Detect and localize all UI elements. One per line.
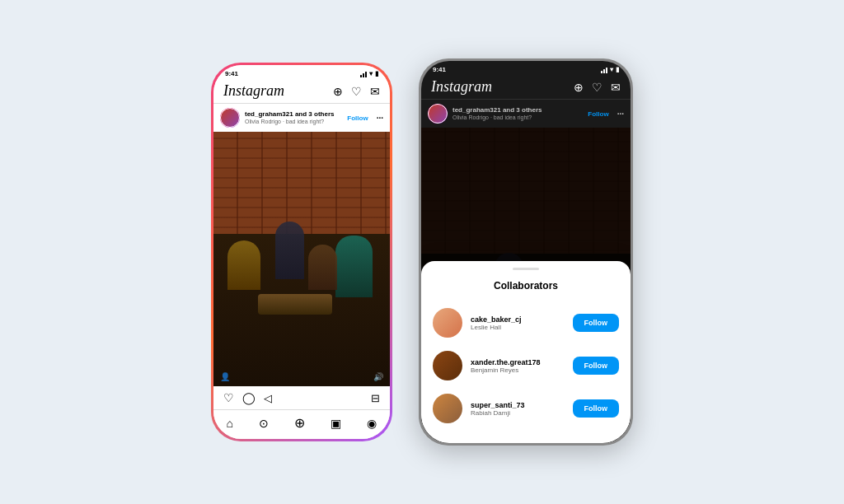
- more-btn-2[interactable]: ···: [617, 110, 624, 119]
- messenger-icon[interactable]: ✉: [370, 85, 380, 98]
- collab-name-1: Leslie Hall: [471, 324, 565, 331]
- post-subtitle-1: Olivia Rodrigo · bad idea right?: [245, 119, 339, 125]
- bottom-sheet: Collaborators cake_baker_cj Leslie Hall …: [421, 261, 631, 443]
- signal-bar-2-1: [601, 71, 603, 73]
- volume-icon[interactable]: 🔊: [373, 372, 383, 381]
- nav-bar-2: Instagram ⊕ ♡ ✉: [421, 75, 631, 100]
- poster-avatar-1[interactable]: [220, 108, 240, 128]
- nav-icons-2: ⊕ ♡ ✉: [574, 81, 621, 94]
- collab-avatar-3[interactable]: [433, 394, 462, 423]
- person-silhouette-1: [227, 240, 260, 290]
- collab-username-3[interactable]: super_santi_73: [471, 401, 565, 409]
- nav-icons-1: ⊕ ♡ ✉: [333, 85, 380, 98]
- action-bar-1: ♡ ◯ ◁ ⊟: [213, 386, 390, 409]
- person-silhouette-2: [275, 222, 304, 279]
- poster-avatar-2[interactable]: [428, 104, 448, 124]
- app-logo-2: Instagram: [431, 78, 492, 96]
- follow-button-3[interactable]: Follow: [573, 399, 620, 418]
- app-logo-1: Instagram: [223, 82, 284, 100]
- action-left-1: ♡ ◯ ◁: [223, 391, 272, 404]
- collab-name-2: Benjamin Reyes: [471, 366, 565, 374]
- collab-username-2[interactable]: xander.the.great178: [471, 358, 565, 366]
- battery-icon: ▮: [375, 70, 378, 77]
- post-subtitle-2: Olivia Rodrigo · bad idea right?: [452, 114, 579, 121]
- collab-username-1[interactable]: cake_baker_cj: [471, 315, 565, 324]
- home-icon[interactable]: ⌂: [227, 417, 233, 430]
- add-post-icon[interactable]: ⊕: [333, 85, 343, 98]
- collab-avatar-1[interactable]: [433, 308, 462, 338]
- phone2-screen: 9:41 ▾ ▮ Instagram ⊕: [421, 61, 631, 443]
- status-icons-1: ▾ ▮: [360, 70, 378, 77]
- collab-info-1: cake_baker_cj Leslie Hall: [471, 315, 565, 331]
- table-1: [258, 294, 332, 315]
- save-icon[interactable]: ⊟: [371, 392, 380, 404]
- signal-icon-2: [601, 67, 607, 73]
- phone-2: 9:41 ▾ ▮ Instagram ⊕: [419, 58, 633, 446]
- profile-icon[interactable]: ◉: [367, 417, 377, 430]
- post-info-1: ted_graham321 and 3 others Olivia Rodrig…: [245, 110, 339, 125]
- follow-button-1[interactable]: Follow: [573, 314, 620, 332]
- collab-avatar-2[interactable]: [433, 351, 462, 380]
- status-bar-2: 9:41 ▾ ▮: [421, 61, 631, 75]
- time-1: 9:41: [225, 70, 238, 77]
- sheet-handle: [513, 268, 539, 270]
- follow-button-2[interactable]: Follow: [573, 357, 620, 375]
- follow-btn-header-1[interactable]: Follow: [344, 113, 371, 124]
- signal-bar-3: [365, 72, 367, 77]
- add-post-icon-2[interactable]: ⊕: [574, 81, 584, 94]
- post-header-2: ted_graham321 and 3 others Olivia Rodrig…: [421, 100, 631, 128]
- share-icon[interactable]: ◁: [264, 392, 272, 404]
- collab-info-3: super_santi_73 Rabiah Damji: [471, 401, 565, 417]
- wifi-icon: ▾: [369, 70, 373, 77]
- heart-nav-icon[interactable]: ♡: [351, 85, 362, 98]
- nav-bar-1: Instagram ⊕ ♡ ✉: [213, 79, 390, 104]
- collab-info-2: xander.the.great178 Benjamin Reyes: [471, 358, 565, 374]
- add-icon[interactable]: ⊕: [294, 415, 305, 431]
- collaborator-item-2: xander.the.great178 Benjamin Reyes Follo…: [421, 344, 631, 387]
- more-btn-1[interactable]: ···: [377, 114, 383, 123]
- image-icons-1: 👤 🔊: [220, 372, 383, 381]
- time-2: 9:41: [433, 66, 446, 73]
- heart-nav-icon-2[interactable]: ♡: [592, 81, 603, 94]
- follow-btn-header-2[interactable]: Follow: [584, 109, 612, 119]
- post-username-1: ted_graham321 and 3 others: [245, 110, 339, 119]
- wifi-icon-2: ▾: [610, 66, 613, 73]
- signal-icon: [360, 71, 367, 77]
- signal-bar-2-3: [606, 68, 607, 73]
- person-silhouette-3: [335, 236, 373, 297]
- phone1-screen: 9:41 ▾ ▮ Instagram ⊕: [213, 65, 390, 439]
- bottom-nav-1: ⌂ ⊙ ⊕ ▣ ◉: [213, 409, 390, 439]
- collaborator-item-3: super_santi_73 Rabiah Damji Follow: [421, 387, 631, 430]
- search-icon[interactable]: ⊙: [259, 417, 269, 430]
- signal-bar-2-2: [603, 69, 605, 73]
- post-username-2: ted_graham321 and 3 others: [452, 106, 579, 114]
- sheet-title: Collaborators: [421, 280, 631, 292]
- battery-icon-2: ▮: [616, 66, 619, 73]
- post-header-1: ted_graham321 and 3 others Olivia Rodrig…: [213, 104, 390, 132]
- collaborator-item-1: cake_baker_cj Leslie Hall Follow: [421, 301, 631, 344]
- signal-bar-1: [360, 75, 362, 77]
- status-icons-2: ▾ ▮: [601, 66, 619, 73]
- scene-1: [213, 132, 390, 386]
- comment-icon[interactable]: ◯: [242, 391, 256, 404]
- status-bar-1: 9:41 ▾ ▮: [213, 65, 390, 79]
- person-silhouette-4: [308, 245, 337, 290]
- post-image-2: Collaborators cake_baker_cj Leslie Hall …: [421, 128, 631, 443]
- messenger-icon-2[interactable]: ✉: [611, 81, 621, 94]
- person-tag-icon: 👤: [220, 372, 230, 381]
- reels-icon[interactable]: ▣: [331, 417, 341, 430]
- like-icon[interactable]: ♡: [223, 391, 234, 404]
- avatar-image-2: [428, 104, 448, 124]
- phone-1: 9:41 ▾ ▮ Instagram ⊕: [211, 63, 392, 441]
- avatar-image-1: [220, 108, 240, 128]
- post-image-1: 👤 🔊: [213, 132, 390, 386]
- signal-bar-2: [363, 73, 364, 77]
- post-info-2: ted_graham321 and 3 others Olivia Rodrig…: [452, 106, 579, 121]
- collab-name-3: Rabiah Damji: [471, 409, 565, 417]
